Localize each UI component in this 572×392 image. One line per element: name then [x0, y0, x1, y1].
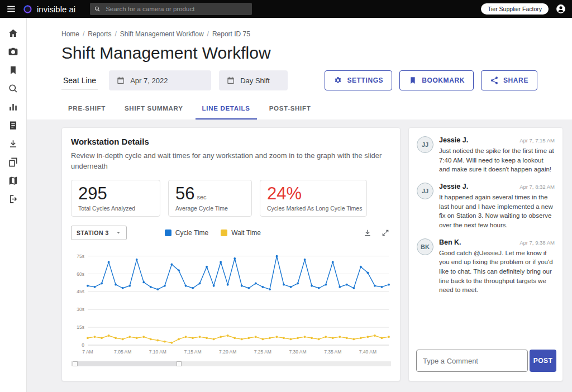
- slider-handle-left[interactable]: [73, 361, 78, 366]
- account-icon[interactable]: [555, 3, 566, 15]
- brand-name: invisible ai: [37, 4, 75, 14]
- post-button[interactable]: POST: [530, 350, 556, 372]
- stat-total-cycles: 295 Total Cycles Analyzed: [71, 180, 160, 217]
- avatar: BK: [417, 238, 433, 255]
- camera-icon[interactable]: [8, 46, 18, 57]
- sidebar: [0, 18, 27, 392]
- svg-text:7:05 AM: 7:05 AM: [114, 349, 131, 355]
- menu-icon[interactable]: [6, 3, 17, 15]
- stat-value: 56: [175, 184, 194, 204]
- slider-handle-right[interactable]: [177, 361, 182, 366]
- stat-label: Cycles Marked As Long Cycle Times: [267, 205, 360, 212]
- comments-panel: JJ Jessie J. Apr 7, 7:15 AM Just noticed…: [408, 127, 563, 381]
- analytics-icon[interactable]: [8, 102, 18, 112]
- station-selector[interactable]: STATION 3: [71, 226, 127, 240]
- filter-row: Seat Line Apr 7, 2022 Day Shift: [61, 70, 563, 90]
- breadcrumb-home[interactable]: Home: [61, 30, 79, 38]
- svg-text:45s: 45s: [77, 289, 84, 294]
- exit-icon[interactable]: [8, 194, 18, 204]
- image-search-icon[interactable]: [8, 83, 18, 94]
- breadcrumb: Home / Reports / Shift Management Workfl…: [61, 30, 563, 38]
- settings-label: SETTINGS: [347, 77, 383, 84]
- home-icon[interactable]: [8, 28, 18, 39]
- stat-unit: sec: [197, 194, 206, 200]
- expand-chart-icon[interactable]: [381, 228, 390, 237]
- bookmark-button[interactable]: BOOKMARK: [399, 70, 474, 90]
- slider-selected-range[interactable]: [73, 361, 178, 366]
- comment-author: Jessie J.: [439, 183, 468, 190]
- settings-button[interactable]: SETTINGS: [325, 70, 392, 90]
- compare-icon[interactable]: [8, 157, 18, 168]
- wait-time-swatch: [221, 230, 227, 236]
- tab-pre-shift[interactable]: PRE-SHIFT: [61, 99, 112, 119]
- chevron-down-icon: [116, 230, 121, 236]
- calendar-icon: [116, 76, 125, 85]
- report-icon[interactable]: [8, 120, 18, 131]
- avatar: JJ: [417, 136, 433, 153]
- tab-shift-summary[interactable]: SHIFT SUMMARY: [118, 99, 190, 119]
- line-select[interactable]: Seat Line: [61, 71, 98, 89]
- factory-chip[interactable]: Tier Supplier Factory: [481, 3, 549, 15]
- bookmark-icon[interactable]: [8, 65, 18, 75]
- comment-body: Jessie J. Apr 7, 8:32 AM It happened aga…: [439, 183, 555, 230]
- map-icon[interactable]: [8, 175, 18, 186]
- brand-logo[interactable]: invisible ai: [22, 4, 75, 15]
- date-picker[interactable]: Apr 7, 2022: [109, 70, 211, 90]
- content-body: Workstation Details Review in-depth cycl…: [27, 119, 572, 392]
- stat-long-cycle-times: 24 % Cycles Marked As Long Cycle Times: [260, 180, 367, 217]
- svg-text:0: 0: [82, 342, 84, 348]
- comment: JJ Jessie J. Apr 7, 7:15 AM Just noticed…: [417, 136, 555, 174]
- comment: BK Ben K. Apr 7, 9:38 AM Good catch @Jes…: [417, 238, 555, 295]
- comment-input[interactable]: [416, 350, 528, 372]
- chart-zoom-slider[interactable]: [71, 361, 391, 366]
- topbar: invisible ai Tier Supplier Factory: [0, 0, 572, 18]
- stat-label: Total Cycles Analyzed: [78, 205, 153, 212]
- cycle-time-chart[interactable]: 015s30s45s60s75s7 AM7:05 AM7:10 AM7:15 A…: [71, 246, 391, 356]
- comment-text: It happened again several times in the l…: [439, 193, 555, 230]
- comment-timestamp: Apr 7, 9:38 AM: [519, 240, 555, 246]
- bookmark-label: BOOKMARK: [422, 77, 465, 84]
- comment-text: Just noticed the spike for the first tim…: [439, 146, 555, 174]
- comment-text: Good catch @JessieJ. Let me know if you …: [439, 248, 555, 295]
- workstation-details-card: Workstation Details Review in-depth cycl…: [61, 127, 401, 381]
- gear-icon: [333, 76, 342, 85]
- tab-line-details[interactable]: LINE DETAILS: [196, 99, 257, 119]
- card-title: Workstation Details: [71, 137, 391, 146]
- tab-post-shift[interactable]: POST-SHIFT: [263, 99, 318, 119]
- svg-text:75s: 75s: [77, 253, 84, 259]
- topbar-right: Tier Supplier Factory: [481, 3, 566, 15]
- calendar-icon: [226, 76, 235, 85]
- search-icon: [94, 6, 101, 13]
- breadcrumb-separator: /: [83, 30, 84, 38]
- bookmark-icon: [408, 76, 417, 85]
- page-header: Home / Reports / Shift Management Workfl…: [27, 18, 572, 119]
- comment-body: Ben K. Apr 7, 9:38 AM Good catch @Jessie…: [439, 238, 555, 295]
- comment-body: Jessie J. Apr 7, 7:15 AM Just noticed th…: [439, 136, 555, 174]
- comment: JJ Jessie J. Apr 7, 8:32 AM It happened …: [417, 183, 555, 230]
- stat-value: 24: [267, 184, 286, 204]
- comment-timestamp: Apr 7, 7:15 AM: [519, 137, 555, 144]
- legend-wait-time: Wait Time: [221, 229, 261, 237]
- breadcrumb-workflow[interactable]: Shift Management Workflow: [120, 30, 204, 38]
- logo-icon: [22, 4, 33, 15]
- chart-toolbar: [363, 228, 391, 237]
- stat-unit: %: [286, 184, 302, 204]
- svg-text:7 AM: 7 AM: [82, 349, 93, 355]
- share-button[interactable]: SHARE: [481, 70, 537, 90]
- chart-controls: STATION 3 Cycle Time Wait Time: [71, 226, 391, 240]
- comment-timestamp: Apr 7, 8:32 AM: [519, 184, 555, 190]
- svg-text:7:40 AM: 7:40 AM: [359, 349, 376, 355]
- shift-value: Day Shift: [240, 77, 270, 85]
- search-input[interactable]: [101, 6, 252, 12]
- avatar: JJ: [417, 183, 433, 199]
- download-chart-icon[interactable]: [363, 228, 372, 237]
- date-value: Apr 7, 2022: [130, 77, 168, 85]
- svg-text:60s: 60s: [77, 271, 84, 276]
- svg-text:7:35 AM: 7:35 AM: [324, 349, 341, 355]
- shift-picker[interactable]: Day Shift: [219, 70, 288, 90]
- download-icon[interactable]: [8, 138, 18, 149]
- breadcrumb-reports[interactable]: Reports: [88, 30, 111, 38]
- comment-input-row: POST: [409, 343, 563, 381]
- legend-label: Wait Time: [231, 229, 261, 237]
- breadcrumb-separator: /: [115, 30, 116, 38]
